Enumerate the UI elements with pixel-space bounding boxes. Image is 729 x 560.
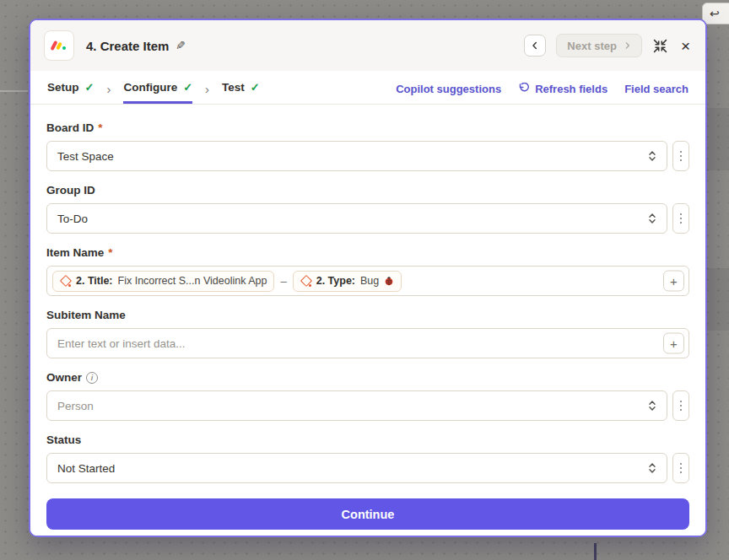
refresh-icon: [518, 83, 530, 94]
status-options-button[interactable]: [672, 453, 689, 483]
mapped-field-pill-type[interactable]: 2. Type: Bug: [293, 271, 402, 292]
tab-test-label: Test: [222, 81, 245, 94]
board-id-value: Test Space: [57, 150, 114, 163]
chevron-right-icon: [624, 41, 631, 50]
chevron-updown-icon: [648, 462, 656, 474]
configure-form: Board ID * Test Space Group ID To-D: [30, 105, 705, 536]
chevron-left-icon: [531, 41, 539, 50]
previous-step-button[interactable]: [524, 35, 546, 57]
next-step-label: Next step: [567, 40, 617, 52]
required-asterisk: *: [98, 121, 102, 134]
field-board-id: Board ID * Test Space: [46, 121, 689, 171]
subitem-name-label: Subitem Name: [46, 309, 126, 321]
chevron-right-icon: ›: [205, 71, 209, 104]
check-icon: ✓: [183, 81, 192, 94]
plus-icon: +: [670, 337, 678, 351]
group-id-value: To-Do: [57, 213, 88, 225]
status-value: Not Started: [57, 462, 115, 475]
monday-logo-icon: [52, 40, 66, 51]
tab-setup-label: Setup: [47, 81, 79, 94]
status-select[interactable]: Not Started: [46, 453, 667, 483]
group-id-options-button[interactable]: [672, 203, 689, 234]
mapped-field-pill-title[interactable]: 2. Title: Fix Incorrect S...n Videolink …: [52, 271, 274, 292]
group-id-select[interactable]: To-Do: [46, 203, 667, 234]
tab-test[interactable]: Test ✓: [222, 71, 260, 104]
chevron-right-icon: ›: [106, 71, 111, 104]
field-search-link[interactable]: Field search: [624, 83, 688, 95]
close-icon: ×: [681, 37, 690, 55]
pill-value: Bug: [360, 275, 379, 287]
step-title: 4. Create Item: [86, 39, 169, 53]
refresh-fields-link[interactable]: Refresh fields: [518, 83, 608, 95]
check-icon: ✓: [85, 81, 94, 94]
group-id-label: Group ID: [46, 184, 95, 197]
field-item-name: Item Name * 2. Title: Fix Incorrect S...…: [46, 246, 689, 296]
canvas-edge-line: [0, 90, 28, 92]
owner-label: Owner: [46, 371, 82, 384]
jira-app-icon: [60, 276, 71, 287]
chevron-updown-icon: [648, 400, 656, 412]
status-label: Status: [46, 433, 81, 446]
check-icon: ✓: [251, 81, 260, 94]
workflow-connector-line: [594, 543, 597, 560]
refresh-fields-label: Refresh fields: [535, 83, 608, 95]
pill-prefix: 2. Title:: [76, 275, 113, 287]
field-subitem-name: Subitem Name +: [46, 309, 689, 358]
tab-configure-label: Configure: [123, 81, 177, 94]
owner-select[interactable]: Person: [46, 390, 667, 421]
subitem-name-field: +: [46, 328, 689, 358]
required-asterisk: *: [108, 246, 112, 259]
chevron-updown-icon: [648, 150, 656, 162]
subitem-name-input[interactable]: [52, 337, 658, 350]
field-group-id: Group ID To-Do: [46, 184, 689, 234]
board-id-options-button[interactable]: [672, 141, 689, 171]
item-name-input[interactable]: 2. Title: Fix Incorrect S...n Videolink …: [46, 266, 689, 296]
owner-options-button[interactable]: [672, 390, 689, 421]
copilot-suggestions-link[interactable]: Copilot suggestions: [396, 83, 501, 95]
pill-value: Fix Incorrect S...n Videolink App: [118, 275, 267, 287]
create-item-dialog: 4. Create Item ✎ Next step: [29, 19, 707, 537]
step-tabs-bar: Setup ✓ › Configure ✓ › Test ✓ Copilot s…: [30, 71, 705, 105]
ladybug-icon: [384, 276, 394, 286]
text-separator: –: [280, 275, 286, 288]
plus-icon: +: [670, 274, 678, 288]
close-dialog-button[interactable]: ×: [679, 38, 692, 54]
undo-button[interactable]: ↩: [702, 3, 729, 24]
next-step-button[interactable]: Next step: [556, 34, 642, 57]
item-name-label: Item Name: [46, 246, 104, 259]
owner-placeholder: Person: [57, 400, 94, 412]
edit-title-icon[interactable]: ✎: [176, 39, 186, 52]
board-id-label: Board ID: [46, 121, 94, 134]
dialog-header: 4. Create Item ✎ Next step: [30, 20, 705, 71]
collapse-icon: [653, 39, 667, 53]
jira-app-icon: [300, 276, 311, 287]
insert-data-button[interactable]: +: [663, 333, 684, 354]
board-id-select[interactable]: Test Space: [46, 141, 667, 171]
pill-prefix: 2. Type:: [316, 275, 355, 287]
dimmed-step-card: [707, 268, 729, 331]
monday-app-icon: [44, 30, 74, 61]
collapse-dialog-button[interactable]: [652, 37, 669, 54]
chevron-updown-icon: [648, 213, 656, 224]
continue-button[interactable]: Continue: [46, 498, 689, 530]
tab-setup[interactable]: Setup ✓: [47, 71, 94, 104]
field-status: Status Not Started: [46, 433, 689, 483]
field-owner: Owner i Person: [46, 371, 689, 421]
info-icon[interactable]: i: [86, 372, 98, 384]
undo-icon: ↩: [710, 7, 720, 20]
insert-data-button[interactable]: +: [663, 271, 684, 292]
dimmed-step-card: [707, 108, 729, 170]
tab-configure[interactable]: Configure ✓: [123, 71, 192, 104]
